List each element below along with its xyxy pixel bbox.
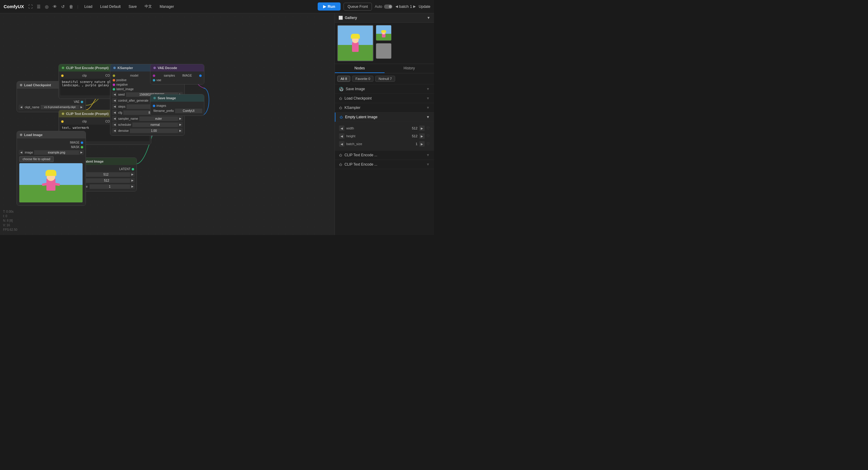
clip-input-port bbox=[61, 75, 64, 77]
height-favorite-btn[interactable]: ♡ bbox=[427, 134, 430, 138]
refresh-icon[interactable]: ↺ bbox=[61, 4, 65, 9]
width-input[interactable] bbox=[82, 172, 130, 177]
target-icon[interactable]: ◎ bbox=[45, 4, 49, 9]
filter-all-btn[interactable]: All 8 bbox=[337, 76, 350, 82]
filename-prefix-input[interactable] bbox=[175, 109, 202, 113]
ckpt-name-input[interactable] bbox=[41, 105, 79, 109]
control-prev-btn[interactable]: ◀ bbox=[112, 98, 117, 103]
node-vae-decode: VAE Decode samples IMAGE vae bbox=[150, 64, 204, 85]
load-button[interactable]: Load bbox=[83, 4, 94, 10]
image-filename-input[interactable] bbox=[34, 150, 79, 155]
denoise-prev-btn[interactable]: ◀ bbox=[112, 128, 117, 133]
sampler-prev-btn[interactable]: ◀ bbox=[112, 116, 117, 121]
gallery-images bbox=[335, 23, 434, 64]
node-status-dot bbox=[62, 113, 64, 115]
sidebar-item-clip-text-2[interactable]: ⏻ CLIP Text Encode ... ▼ bbox=[335, 160, 434, 169]
lang-button[interactable]: 中文 bbox=[143, 3, 154, 10]
steps-prev-btn[interactable]: ◀ bbox=[112, 104, 117, 109]
fullscreen-icon[interactable]: ⛶ bbox=[28, 4, 33, 9]
height-next-btn[interactable]: ▶ bbox=[130, 178, 135, 183]
batch-size-next-btn[interactable]: ▶ bbox=[130, 184, 135, 189]
tab-nodes[interactable]: Nodes bbox=[335, 64, 384, 73]
image-prev-btn[interactable]: ◀ bbox=[19, 150, 24, 155]
width-stepper-prev[interactable]: ◀ bbox=[339, 125, 344, 131]
width-stepper-next[interactable]: ▶ bbox=[419, 125, 425, 131]
latent-image-input-port bbox=[113, 88, 115, 90]
height-stepper-prev[interactable]: ◀ bbox=[339, 133, 344, 139]
scheduler-input[interactable] bbox=[132, 122, 178, 127]
sidebar-item-save-image[interactable]: ⏻ Save Image ▼ bbox=[335, 85, 434, 94]
debug-info: T: 0.00s I: 0 N: 8 [8] V: 16 FPS:62.50 bbox=[3, 209, 17, 232]
tab-history[interactable]: History bbox=[384, 64, 434, 73]
sidebar-item-empty-latent[interactable]: ⏻ Empty Latent Image ▼ bbox=[335, 113, 434, 122]
trash-icon[interactable]: 🗑 bbox=[69, 4, 73, 9]
node-save-image-header: Save Image bbox=[150, 94, 204, 102]
eye-icon[interactable]: 👁 bbox=[53, 4, 57, 9]
gallery-main-image[interactable] bbox=[337, 25, 373, 61]
char-hair bbox=[45, 170, 56, 176]
node-status-dot bbox=[113, 67, 116, 69]
width-param-row: ◀ width 512 ▶ ♡ bbox=[339, 124, 430, 132]
manager-button[interactable]: Manager bbox=[158, 4, 176, 10]
batch-size-input[interactable] bbox=[90, 184, 130, 189]
batch-size-favorite-btn[interactable]: ♡ bbox=[427, 142, 430, 146]
vae-output-row: VAE bbox=[17, 99, 86, 104]
power-icon: ⏻ bbox=[340, 116, 343, 119]
power-icon: ⏻ bbox=[339, 106, 342, 110]
hamburger-icon[interactable]: ☰ bbox=[37, 4, 41, 9]
sidebar-item-clip-text-1[interactable]: ⏻ CLIP Text Encode ... ▼ bbox=[335, 150, 434, 160]
gallery-thumb-2[interactable] bbox=[376, 43, 392, 59]
denoise-input[interactable] bbox=[130, 128, 178, 133]
power-icon: ⏻ bbox=[339, 87, 343, 91]
node-list-scroll[interactable]: ⏻ Save Image ▼ ⏻ Load Checkpoint ▼ ⏻ KSa… bbox=[335, 85, 434, 235]
sidebar-item-load-checkpoint[interactable]: ⏻ Load Checkpoint ▼ bbox=[335, 94, 434, 103]
node-load-image-body: IMAGE MASK ◀ image ▶ choose file to uplo… bbox=[17, 139, 86, 205]
batch-increment[interactable]: ▶ bbox=[413, 4, 415, 8]
update-button[interactable]: Update bbox=[418, 4, 430, 9]
item-expand-icon: ▼ bbox=[426, 87, 430, 91]
denoise-next-btn[interactable]: ▶ bbox=[178, 128, 183, 133]
canvas[interactable]: Load Checkpoint MODEL CLIP VAE ◀ ckpt_na bbox=[0, 13, 335, 235]
width-next-btn[interactable]: ▶ bbox=[130, 172, 135, 177]
batch-size-stepper-prev[interactable]: ◀ bbox=[339, 141, 344, 147]
gallery-char-hair bbox=[351, 34, 360, 39]
save-button[interactable]: Save bbox=[127, 4, 138, 10]
vae-output-port bbox=[81, 101, 83, 103]
node-status-dot bbox=[153, 67, 156, 69]
filter-favorite-btn[interactable]: Favorite 0 bbox=[352, 76, 373, 82]
gallery-thumbs bbox=[376, 25, 392, 61]
sampler-input[interactable] bbox=[139, 116, 178, 121]
seed-prev-btn[interactable]: ◀ bbox=[112, 92, 117, 97]
auto-toggle-switch[interactable] bbox=[384, 4, 393, 9]
node-status-dot bbox=[62, 67, 64, 69]
sampler-next-btn[interactable]: ▶ bbox=[178, 116, 183, 121]
filter-notnull-btn[interactable]: Notnull 7 bbox=[375, 76, 395, 82]
gallery-icon: ⬜ bbox=[338, 16, 343, 20]
scheduler-prev-btn[interactable]: ◀ bbox=[112, 122, 117, 127]
height-stepper-next[interactable]: ▶ bbox=[419, 133, 425, 139]
gallery-thumb-1[interactable] bbox=[376, 25, 392, 41]
node-vae-decode-header: VAE Decode bbox=[150, 64, 204, 71]
sidebar-item-ksampler[interactable]: ⏻ KSampler ▼ bbox=[335, 103, 434, 113]
width-favorite-btn[interactable]: ♡ bbox=[427, 126, 430, 130]
ckpt-next-btn[interactable]: ▶ bbox=[79, 105, 84, 110]
load-default-button[interactable]: Load Default bbox=[98, 4, 122, 10]
run-button[interactable]: ▶ Run bbox=[318, 2, 341, 10]
topbar: ComfyUX ⛶ ☰ ◎ 👁 ↺ 🗑 | Load Load Default … bbox=[0, 0, 434, 13]
height-input[interactable] bbox=[83, 178, 130, 183]
right-sidebar: ⬜ Gallery ▼ bbox=[335, 13, 434, 235]
batch-size-stepper-next[interactable]: ▶ bbox=[419, 141, 425, 147]
ckpt-prev-btn[interactable]: ◀ bbox=[19, 105, 24, 110]
gallery-expand-btn[interactable]: ▼ bbox=[427, 16, 430, 20]
latent-output-port bbox=[132, 168, 134, 171]
image-next-btn[interactable]: ▶ bbox=[79, 150, 84, 155]
node-status-dot bbox=[20, 84, 22, 86]
node-save-image-body: images filename_prefix bbox=[150, 102, 204, 116]
app-logo: ComfyUX bbox=[4, 4, 24, 9]
choose-file-button[interactable]: choose file to upload bbox=[19, 156, 54, 162]
batch-decrement[interactable]: ◀ bbox=[396, 4, 398, 8]
scheduler-next-btn[interactable]: ▶ bbox=[178, 122, 183, 127]
cfg-prev-btn[interactable]: ◀ bbox=[112, 110, 117, 115]
image-select-row: ◀ image ▶ bbox=[17, 149, 86, 155]
queue-front-button[interactable]: Queue Front bbox=[344, 3, 372, 10]
